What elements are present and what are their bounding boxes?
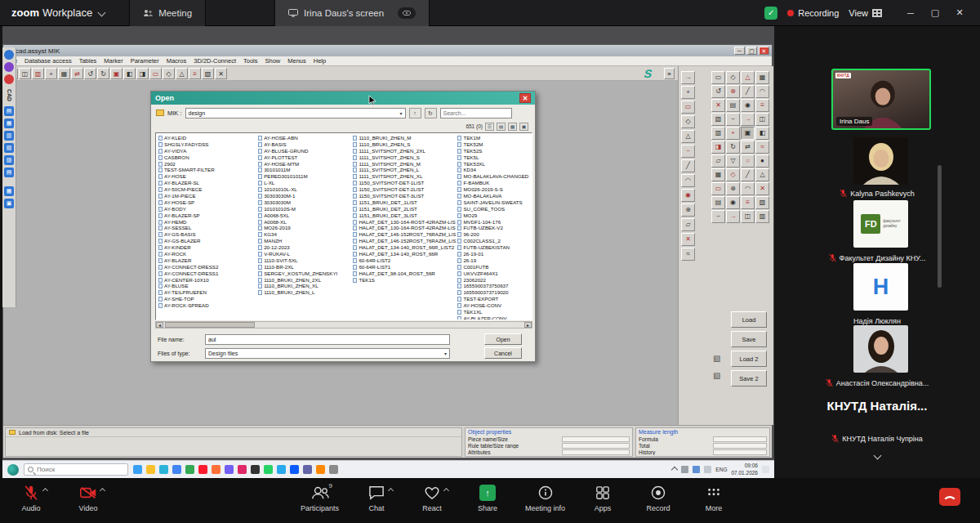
file-item[interactable]: PERED30101011M (258, 173, 351, 180)
file-item[interactable]: 1150_SVITSHOT-DET-1LIST (353, 180, 456, 186)
cad-tool-icon[interactable]: ◠ (681, 174, 695, 187)
cad-tool-icon[interactable]: ◉ (741, 99, 755, 112)
tab-meeting[interactable]: Meeting (129, 0, 206, 26)
cad-tool-icon[interactable]: ≡ (755, 99, 769, 112)
file-item[interactable]: 1111_SVITSHOT_ZHEN_M (353, 161, 456, 168)
cad-tool-icon[interactable]: ╱ (741, 168, 755, 181)
file-item[interactable]: 20-12-2023 (258, 244, 351, 251)
menu-help[interactable]: Help (314, 57, 326, 65)
file-item[interactable]: SAINT-JAVELIN-SWEATS (457, 199, 532, 206)
file-item[interactable]: MANZH (258, 238, 351, 244)
watch-pill[interactable] (398, 7, 416, 19)
file-item[interactable]: A0068-5XL (258, 212, 351, 219)
apps-button[interactable]: Apps (585, 484, 621, 512)
cad-tool-icon[interactable]: ▽ (726, 154, 740, 168)
taskbar-app-icon-9[interactable] (238, 465, 247, 474)
cad-tool-icon[interactable]: → (741, 113, 755, 126)
file-item[interactable]: TEK1XL (457, 309, 532, 315)
chat-options-caret[interactable] (388, 488, 394, 494)
file-item[interactable]: 1110_BRUKI_ZHEN_2XL (258, 277, 351, 284)
file-item[interactable]: KD34 (457, 167, 532, 173)
file-item[interactable]: AY-SHE-TOP (158, 296, 256, 302)
file-item[interactable]: 1150_SVITSHOT-DET-2LIST (353, 186, 456, 193)
maximize-button[interactable]: ▢ (923, 0, 947, 26)
file-item[interactable]: AY-SESSEL (158, 225, 256, 231)
taskbar-app-icon-11[interactable] (264, 465, 273, 474)
cad-title-bar[interactable]: cad.assyst MIK ─ ▢ ✕ (3, 45, 772, 56)
file-item[interactable]: KG34 (258, 231, 351, 238)
file-item[interactable]: 1111_SVITSHOT_ZHEN_S (353, 154, 456, 161)
cad-tool-icon[interactable]: ▦ (755, 71, 769, 84)
menu-3d2d-connect[interactable]: 3D/2D-Connect (194, 57, 236, 65)
cad-tool-icon[interactable]: ▥ (711, 127, 725, 140)
refresh-button[interactable]: ↻ (425, 108, 437, 118)
menu-show[interactable]: Show (265, 57, 281, 65)
photo-tile-anastasiia[interactable] (853, 325, 908, 373)
file-item[interactable]: MO-BALAKLAVA (457, 193, 532, 199)
file-item[interactable]: L-XL (258, 180, 351, 186)
dock-icon-2[interactable] (4, 62, 14, 72)
cad-tool-icon[interactable]: ◇ (726, 168, 740, 181)
dock-icon-5[interactable]: ▦ (4, 118, 14, 128)
file-item[interactable]: 60-64R-LIST1 (353, 264, 456, 270)
file-item[interactable]: AY-BLAZER-SP (158, 212, 256, 219)
file-item[interactable]: TEK1M (457, 135, 532, 141)
cad-tool-icon[interactable]: ◠ (755, 85, 769, 98)
file-item[interactable]: 26-19-01 (457, 251, 532, 257)
close-button[interactable]: ✕ (947, 0, 972, 26)
file-item[interactable]: AY-HOSE-MTM (258, 161, 351, 168)
dock-icon-1[interactable] (4, 50, 14, 60)
cad-tool-icon[interactable]: ≡ (189, 68, 201, 79)
taskbar-clock[interactable]: 09:06 07.01.2026 (731, 463, 758, 476)
taskbar-app-icon-2[interactable] (146, 465, 155, 474)
cancel-button[interactable]: Cancel (484, 347, 522, 359)
cad-tool-icon[interactable]: ▭ (711, 182, 725, 195)
meeting-info-button[interactable]: Meeting info (525, 484, 565, 512)
file-item[interactable]: AY-HOSE-SP (158, 199, 256, 206)
view-button[interactable]: View (849, 8, 882, 18)
file-item[interactable]: MO29 (457, 212, 532, 219)
file-item[interactable]: TEST-EXPORT (457, 296, 532, 302)
tiles-view-icon[interactable]: ▦ (508, 123, 517, 131)
cad-tool-icon[interactable]: → (681, 71, 695, 84)
cad-tool-icon[interactable]: ◧ (123, 68, 136, 79)
more-button[interactable]: More (696, 484, 732, 512)
file-item[interactable]: UKVVZF464X1 (457, 270, 532, 277)
audio-options-caret[interactable] (42, 488, 48, 494)
taskbar-search[interactable] (24, 463, 128, 476)
cad-tool-icon[interactable]: ~ (726, 113, 740, 126)
cad-tool-icon[interactable]: ✕ (681, 233, 695, 246)
file-item[interactable]: HALAT_DET_130-164-ROST-42RAZM-LIST2 (353, 219, 456, 226)
save2-button[interactable]: Save 2 (731, 370, 767, 387)
file-item[interactable]: TEK52M (457, 141, 532, 148)
tray-icon-3[interactable] (704, 466, 711, 473)
cad-tool-icon[interactable]: ↺ (711, 85, 725, 98)
participants-button[interactable]: 9 Participants (301, 484, 339, 512)
file-item[interactable]: 26-19 (457, 257, 532, 264)
dialog-search-input[interactable] (440, 108, 512, 118)
cad-tool-icon[interactable]: ⇄ (741, 141, 755, 154)
cad-tool-icon[interactable]: ~ (711, 210, 725, 223)
menu-marker[interactable]: Marker (104, 57, 122, 65)
cad-tool-icon[interactable]: ▱ (711, 154, 725, 168)
taskbar-app-icon-3[interactable] (159, 465, 168, 474)
tray-icon-1[interactable] (681, 466, 688, 473)
recording-indicator[interactable]: Recording (787, 8, 839, 18)
file-item[interactable]: AY-HOSE (158, 173, 256, 180)
cad-tool-icon[interactable]: ◉ (681, 189, 695, 202)
cad-close-button[interactable]: ✕ (759, 47, 769, 55)
video-button[interactable]: Video (70, 484, 106, 512)
dock-icon-9[interactable]: ▤ (4, 168, 14, 177)
cad-tool-icon[interactable]: ▣ (741, 127, 755, 140)
menu-database-access[interactable]: Database access (24, 57, 72, 65)
file-item[interactable]: AY-BODY (158, 206, 256, 212)
file-item[interactable]: A0068-XL (258, 219, 351, 226)
dock-icon-6[interactable]: ▥ (4, 131, 14, 141)
file-item[interactable]: 1110_BRUKI_ZHEN_M (353, 135, 456, 141)
cad-tool-icon[interactable]: ● (755, 154, 769, 168)
file-item[interactable]: MO026-2019-S-S (457, 186, 532, 193)
cad-tool-icon[interactable]: ▭ (711, 71, 725, 84)
file-item[interactable]: V-RUKAV-L (258, 251, 351, 257)
file-item[interactable]: SHGSLY.FADYDSS (158, 141, 256, 148)
file-item[interactable]: 1655900373750637 (457, 283, 532, 289)
